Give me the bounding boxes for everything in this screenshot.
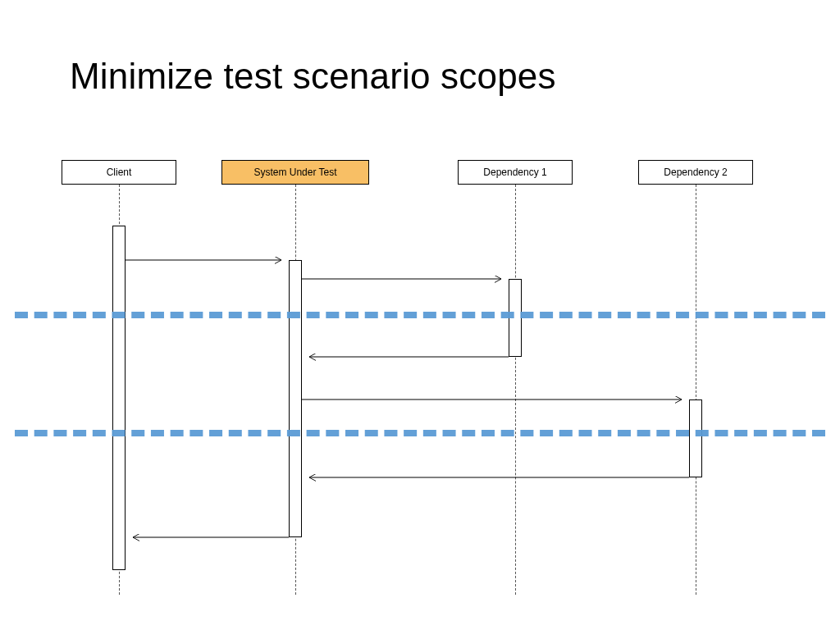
activation-dep2 bbox=[689, 399, 702, 477]
lifeline-dep2 bbox=[696, 185, 696, 595]
activation-sut bbox=[289, 260, 302, 537]
participant-dependency-1: Dependency 1 bbox=[458, 160, 573, 185]
participant-label: Dependency 1 bbox=[483, 167, 546, 178]
activation-client bbox=[112, 226, 126, 570]
participant-client: Client bbox=[62, 160, 176, 185]
participant-system-under-test: System Under Test bbox=[221, 160, 369, 185]
lifeline-dep1 bbox=[515, 185, 516, 595]
scenario-boundary-upper bbox=[15, 312, 825, 318]
participant-label: System Under Test bbox=[253, 167, 336, 178]
participant-dependency-2: Dependency 2 bbox=[638, 160, 753, 185]
slide-title: Minimize test scenario scopes bbox=[70, 56, 556, 97]
slide-canvas: Minimize test scenario scopes Client Sys… bbox=[0, 0, 840, 630]
scenario-boundary-lower bbox=[15, 430, 825, 436]
participant-label: Client bbox=[107, 167, 132, 178]
participant-label: Dependency 2 bbox=[664, 167, 727, 178]
